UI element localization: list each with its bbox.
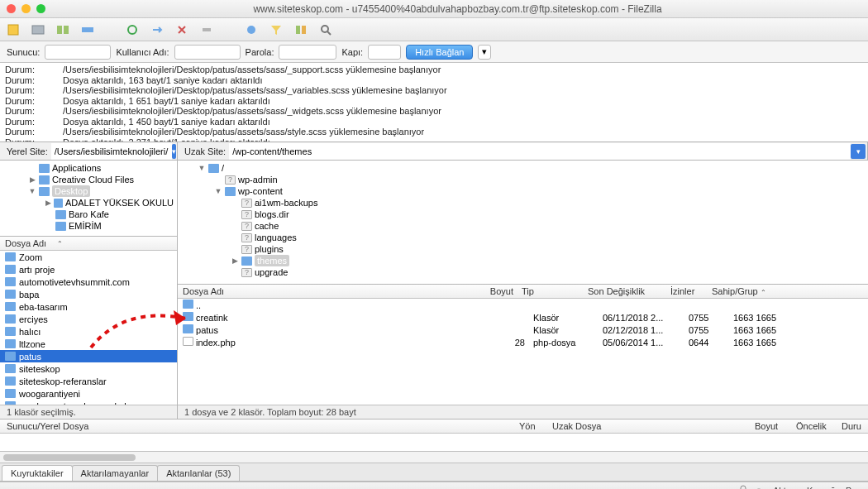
tree-item[interactable]: ?upgrade bbox=[181, 266, 865, 278]
minimize-window-button[interactable] bbox=[21, 4, 31, 13]
list-item[interactable]: patus bbox=[0, 350, 177, 362]
list-item[interactable]: automotivetevhsummit.com bbox=[0, 276, 177, 288]
tree-item[interactable]: Baro Kafe bbox=[3, 209, 174, 220]
message-log[interactable]: Durum:/Users/iesbilisimteknolojileri/Des… bbox=[0, 63, 868, 142]
compare-icon[interactable] bbox=[294, 23, 308, 36]
port-input[interactable] bbox=[368, 45, 401, 60]
tree-item[interactable]: ▼Desktop bbox=[3, 185, 174, 197]
zoom-window-button[interactable] bbox=[36, 4, 45, 13]
local-file-list[interactable]: Zoomartı projeautomotivetevhsummit.comba… bbox=[0, 251, 177, 405]
remote-col-modified[interactable]: Son Değişiklik bbox=[588, 286, 670, 296]
remote-col-name[interactable]: Dosya Adı bbox=[183, 286, 489, 296]
tree-item[interactable]: ▼wp-content bbox=[181, 185, 865, 197]
tree-item[interactable]: EMİRİM bbox=[3, 220, 174, 232]
remote-status: 1 dosya ve 2 klasör. Toplam boyut: 28 ba… bbox=[178, 405, 868, 419]
tree-item[interactable]: ?blogs.dir bbox=[181, 209, 865, 220]
toggle-queue-icon[interactable] bbox=[81, 23, 94, 36]
remote-file-list[interactable]: .. creatinkKlasör06/11/2018 2...07551663… bbox=[178, 299, 868, 405]
encryption-icon bbox=[738, 485, 748, 490]
window-controls bbox=[7, 4, 45, 13]
remote-col-size[interactable]: Boyut bbox=[489, 286, 522, 296]
queue-col-pri[interactable]: Öncelik bbox=[789, 421, 835, 431]
quickconnect-history-dropdown[interactable]: ▾ bbox=[478, 45, 491, 60]
reconnect-icon[interactable] bbox=[245, 23, 258, 36]
process-queue-icon[interactable] bbox=[150, 23, 164, 36]
svg-point-7 bbox=[247, 26, 255, 34]
pass-input[interactable] bbox=[279, 45, 336, 60]
remote-list-header[interactable]: Dosya Adı Boyut Tip Son Değişiklik İzinl… bbox=[178, 285, 868, 299]
list-item[interactable]: halıcı bbox=[0, 325, 177, 338]
tree-item[interactable]: ▼/ bbox=[181, 162, 865, 174]
close-window-button[interactable] bbox=[7, 4, 16, 13]
local-site-dropdown[interactable]: ▾ bbox=[172, 144, 176, 159]
local-site-label: Yerel Site: bbox=[0, 146, 51, 156]
speedlimit-icon[interactable] bbox=[753, 485, 765, 490]
svg-point-5 bbox=[128, 26, 136, 34]
list-item[interactable]: creatinkKlasör06/11/2018 2...07551663 16… bbox=[178, 311, 868, 324]
local-site-input[interactable] bbox=[51, 143, 172, 160]
queue-hscrollbar[interactable] bbox=[0, 452, 868, 463]
tree-item[interactable]: ?ai1wm-backups bbox=[181, 197, 865, 209]
tab-successful[interactable]: Aktarılanlar (53) bbox=[157, 465, 240, 481]
queue-col-state[interactable]: Duru bbox=[835, 421, 868, 431]
queue-col-size[interactable]: Boyut bbox=[748, 421, 789, 431]
queue-header[interactable]: Sunucu/Yerel Dosya Yön Uzak Dosya Boyut … bbox=[0, 419, 868, 434]
host-input[interactable] bbox=[45, 45, 111, 60]
list-item[interactable]: erciyes bbox=[0, 313, 177, 325]
list-item[interactable]: bapa bbox=[0, 288, 177, 300]
tree-item[interactable]: ▶Creative Cloud Files bbox=[3, 174, 174, 185]
list-item[interactable]: woogarantiyeni bbox=[0, 387, 177, 400]
remote-directory-tree[interactable]: ▼/?wp-admin▼wp-content?ai1wm-backups?blo… bbox=[178, 161, 868, 285]
local-directory-tree[interactable]: Applications▶Creative Cloud Files▼Deskto… bbox=[0, 161, 177, 237]
local-col-name[interactable]: Dosya Adı bbox=[5, 238, 55, 248]
filter-icon[interactable] bbox=[269, 23, 283, 36]
list-item[interactable]: Zoom bbox=[0, 251, 177, 263]
svg-rect-8 bbox=[296, 26, 300, 34]
tree-item[interactable]: ▶themes bbox=[181, 255, 865, 266]
user-input[interactable] bbox=[174, 45, 241, 60]
remote-col-type[interactable]: Tip bbox=[522, 286, 588, 296]
tree-item[interactable]: Applications bbox=[3, 162, 174, 174]
status-bar: Aktarım Kuyruğu: Boş bbox=[0, 482, 868, 489]
list-item[interactable]: siteteskop bbox=[0, 362, 177, 375]
search-icon[interactable] bbox=[319, 23, 332, 36]
svg-rect-1 bbox=[32, 26, 44, 34]
remote-site-dropdown[interactable]: ▾ bbox=[851, 144, 866, 159]
disconnect-icon[interactable] bbox=[200, 23, 213, 36]
tree-item[interactable]: ?cache bbox=[181, 220, 865, 232]
svg-rect-3 bbox=[64, 26, 69, 34]
local-list-header[interactable]: Dosya Adı ⌃ bbox=[0, 237, 177, 251]
pass-label: Parola: bbox=[246, 47, 274, 57]
window-title: www.siteteskop.com - u7455400%40abdulvah… bbox=[54, 3, 861, 15]
site-manager-icon[interactable] bbox=[7, 23, 20, 36]
svg-rect-4 bbox=[82, 27, 93, 32]
list-item[interactable]: siteteskop-referanslar bbox=[0, 375, 177, 387]
list-item[interactable]: eba-tasarım bbox=[0, 300, 177, 313]
tab-queued[interactable]: Kuyruktakiler bbox=[2, 465, 73, 481]
refresh-icon[interactable] bbox=[126, 23, 139, 36]
user-label: Kullanıcı Adı: bbox=[116, 47, 169, 57]
remote-col-owner[interactable]: Sahip/Grup⌃ bbox=[712, 286, 863, 296]
toggle-tree-icon[interactable] bbox=[56, 23, 69, 36]
tree-item[interactable]: ?languages bbox=[181, 232, 865, 243]
queue-col-dir[interactable]: Yön bbox=[513, 421, 546, 431]
svg-rect-2 bbox=[57, 26, 62, 34]
queue-list[interactable] bbox=[0, 434, 868, 452]
list-item[interactable]: patusKlasör02/12/2018 1...07551663 1665 bbox=[178, 324, 868, 336]
quickconnect-button[interactable]: Hızlı Bağlan bbox=[406, 45, 473, 60]
titlebar: www.siteteskop.com - u7455400%40abdulvah… bbox=[0, 0, 868, 18]
list-item[interactable]: artı proje bbox=[0, 263, 177, 276]
tree-item[interactable]: ?wp-admin bbox=[181, 174, 865, 185]
queue-col-remote[interactable]: Uzak Dosya bbox=[546, 421, 748, 431]
list-item[interactable]: .. bbox=[178, 299, 868, 311]
tree-item[interactable]: ?plugins bbox=[181, 243, 865, 255]
tab-failed[interactable]: Aktarılamayanlar bbox=[72, 465, 159, 481]
toggle-log-icon[interactable] bbox=[31, 23, 45, 36]
list-item[interactable]: index.php28php-dosya05/06/2014 1...06441… bbox=[178, 336, 868, 348]
cancel-icon[interactable] bbox=[175, 23, 188, 36]
remote-site-input[interactable] bbox=[229, 143, 851, 160]
list-item[interactable]: ltlzone bbox=[0, 338, 177, 350]
queue-col-local[interactable]: Sunucu/Yerel Dosya bbox=[0, 421, 513, 431]
tree-item[interactable]: ▶ADALET YÜKSEK OKULU bbox=[3, 197, 174, 209]
remote-col-perm[interactable]: İzinler bbox=[670, 286, 712, 296]
